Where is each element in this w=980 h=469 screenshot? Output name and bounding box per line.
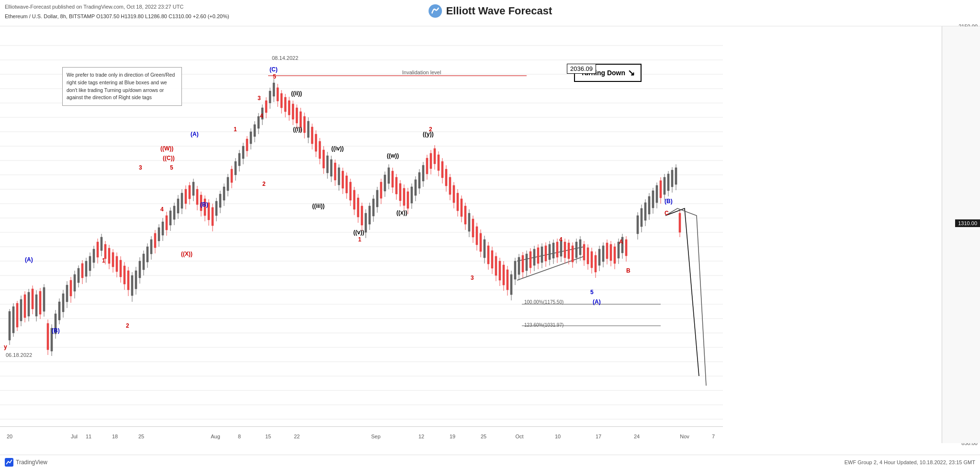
wave-label-xx: ((X)): [181, 251, 192, 257]
wave-label-1-jul: 1: [102, 257, 105, 264]
turning-down-arrow: ↘: [628, 68, 635, 78]
x-axis-label: Nov: [680, 434, 689, 439]
candles-group: [9, 79, 681, 356]
x-axis-label: 11: [86, 434, 91, 439]
wave-label-b-oct24: B: [626, 267, 631, 274]
x-axis-label: Sep: [371, 434, 381, 439]
wave-label-a-oct17: (A): [593, 298, 601, 305]
x-axis-label: 22: [294, 434, 300, 439]
x-axis-label: 15: [265, 434, 271, 439]
date-low: 06.18.2022: [6, 352, 32, 358]
footer: TradingView EWF Group 2, 4 Hour Updated,…: [0, 455, 980, 469]
wave-label-b-left: (B): [52, 327, 60, 334]
wave-label-1-aug22: 1: [358, 236, 361, 243]
x-axis-label: Jul: [71, 434, 78, 439]
tv-icon: [5, 458, 13, 467]
wave-label-c-aug14: (C): [270, 66, 278, 73]
fib-100-label: 100.00%(1175.50): [524, 299, 563, 305]
tradingview-logo: TradingView: [5, 458, 47, 467]
wave-label-3-oct: 3: [471, 275, 474, 281]
wave-label-x: ((x)): [396, 209, 407, 216]
tradingview-label: TradingView: [16, 459, 47, 466]
wave-label-2-jul: 2: [126, 322, 129, 329]
wave-label-cc: ((C)): [163, 155, 175, 161]
logo-title: Elliott Wave Forecast: [446, 5, 552, 17]
wave-label-3-jul: 3: [139, 164, 142, 171]
x-axis-label: Aug: [211, 434, 220, 439]
wave-label-y: y: [4, 343, 7, 350]
x-axis-label: 19: [450, 434, 455, 439]
wave-label-b-oct24-2: (B): [665, 198, 673, 205]
x-axis-label: 18: [112, 434, 118, 439]
svg-point-0: [428, 4, 442, 18]
wave-label-1-aug: 1: [234, 126, 237, 133]
x-axis-label: Oct: [515, 434, 523, 439]
wave-label-iv: ((iv)): [331, 145, 344, 152]
publisher-info: Elliotwave-Forecast published on Trading…: [5, 4, 183, 10]
x-axis-label: 12: [418, 434, 424, 439]
wave-label-iii: ((iii)): [312, 203, 325, 209]
invalidation-label: Invalidation level: [402, 69, 441, 75]
wave-label-4-oct10: 4: [559, 236, 563, 243]
wave-label-ii: ((ii)): [291, 90, 302, 97]
x-axis-label: 24: [634, 434, 640, 439]
date-high: 08.14.2022: [272, 55, 298, 61]
x-axis-label: 25: [481, 434, 486, 439]
wave-label-4-aug: 4: [260, 113, 263, 119]
wave-label-5-jul25: 5: [170, 164, 173, 171]
x-axis-label: 10: [555, 434, 561, 439]
x-axis-label: 8: [238, 434, 241, 439]
x-axis: 20Jul111825Aug81522Sep121925Oct101724Nov…: [0, 426, 723, 443]
wave-label-i: ((i)): [293, 126, 302, 133]
wave-label-c-oct24: C: [665, 210, 669, 217]
wave-label-w: ((w)): [387, 152, 399, 159]
wave-label-3-aug: 3: [258, 95, 261, 102]
wave-label-4-jul: 4: [160, 206, 164, 213]
wave-label-2-sep12: 2: [429, 126, 432, 133]
y-axis-container: [942, 26, 980, 443]
wave-label-a-jul25: (A): [191, 131, 199, 137]
current-price-tag: 1310.00: [955, 219, 980, 227]
wave-label-a-oct24: A: [619, 239, 623, 245]
chart-area: (A) (B) y 1 2 ((W)) ((C)) 5 3 4 (A) (B) …: [0, 26, 723, 443]
price-bar: Ethereum / U.S. Dollar, 8h, BITSTAMP O13…: [5, 13, 229, 19]
footer-info: EWF Group 2, 4 Hour Updated, 10.18.2022,…: [845, 459, 975, 465]
wave-label-5-aug14: 5: [273, 73, 276, 80]
logo-area: Elliott Wave Forecast: [428, 4, 552, 18]
wave-label-5-oct17: 5: [590, 289, 594, 296]
wave-label-b-aug: (B): [200, 201, 208, 208]
x-axis-label: 17: [596, 434, 601, 439]
x-axis-label: 20: [7, 434, 12, 439]
wave-label-2-aug: 2: [262, 181, 266, 187]
wave-label-ww: ((W)): [160, 145, 173, 152]
x-axis-label: 7: [712, 434, 715, 439]
x-axis-label: 25: [138, 434, 144, 439]
wave-label-v: ((v)): [353, 229, 364, 236]
fib-123-label: 123.60%(1031.97): [524, 322, 563, 328]
annotation-box: We prefer to trade only in direction of …: [62, 67, 182, 106]
logo-icon: [428, 4, 442, 18]
price-2036-box: 2036.09: [567, 64, 596, 74]
wave-label-a-left: (A): [25, 256, 33, 263]
